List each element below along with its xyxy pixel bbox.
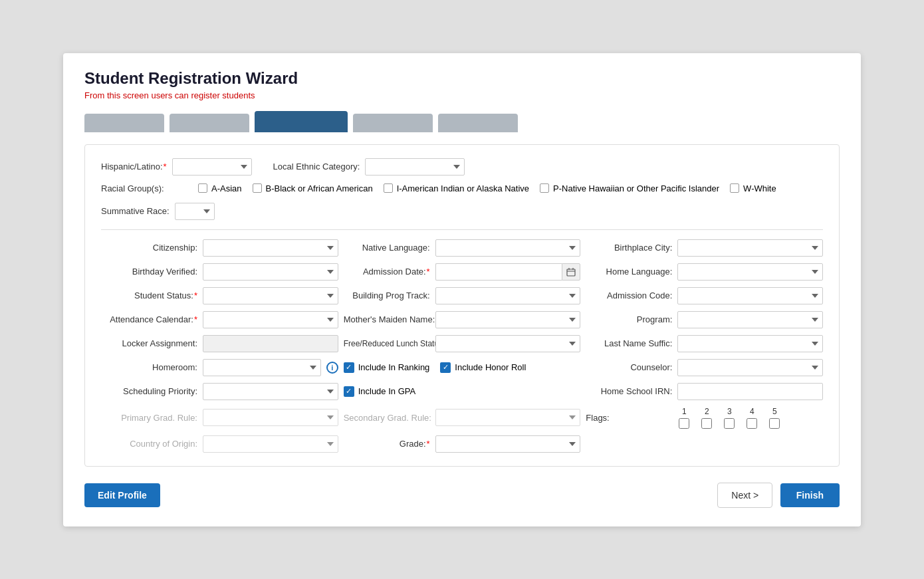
racial-b-checkbox[interactable] bbox=[253, 183, 262, 193]
summative-race-label: Summative Race: bbox=[101, 206, 170, 216]
admission-date-field: Admission Date: bbox=[344, 263, 581, 281]
birthplace-city-select[interactable] bbox=[677, 239, 823, 257]
svg-rect-0 bbox=[567, 269, 575, 276]
divider-1 bbox=[101, 229, 823, 230]
racial-p-checkbox[interactable] bbox=[540, 183, 549, 193]
empty-col bbox=[586, 435, 823, 453]
include-ranking-group: ✓ Include In Ranking bbox=[344, 362, 430, 373]
scheduling-priority-select[interactable] bbox=[203, 383, 338, 400]
last-name-suffic-field: Last Name Suffic: bbox=[586, 335, 823, 352]
grade-field: Grade: bbox=[344, 435, 581, 453]
counselor-select[interactable] bbox=[677, 359, 823, 376]
tab-3[interactable] bbox=[255, 111, 348, 132]
hispanic-select[interactable] bbox=[172, 158, 252, 175]
student-status-label: Student Status: bbox=[101, 290, 197, 300]
tab-4[interactable] bbox=[353, 114, 433, 132]
grade-select[interactable] bbox=[435, 435, 581, 453]
include-honor-roll-label: Include Honor Roll bbox=[455, 362, 526, 372]
attendance-calendar-field: Attendance Calendar: bbox=[101, 311, 338, 328]
tab-1[interactable] bbox=[84, 114, 164, 132]
locker-assignment-input[interactable] bbox=[203, 335, 338, 352]
building-prog-track-field: Building Prog Track: bbox=[344, 287, 581, 304]
racial-group-w-white: W-White bbox=[730, 183, 776, 193]
homeroom-info-icon[interactable]: i bbox=[326, 362, 338, 374]
page-title: Student Registration Wizard bbox=[84, 69, 840, 88]
counselor-field: Counselor: bbox=[586, 359, 823, 376]
next-button[interactable]: Next > bbox=[717, 483, 772, 508]
birthplace-city-label: Birthplace City: bbox=[586, 243, 672, 253]
home-school-irn-label: Home School IRN: bbox=[586, 386, 672, 396]
edit-profile-button[interactable]: Edit Profile bbox=[84, 483, 160, 507]
admission-code-select[interactable] bbox=[677, 287, 823, 304]
flags-container: 1 2 3 4 5 bbox=[679, 407, 780, 429]
citizenship-select[interactable] bbox=[203, 239, 338, 257]
local-ethnic-select[interactable] bbox=[365, 158, 465, 175]
tab-5[interactable] bbox=[438, 114, 518, 132]
flag-3: 3 bbox=[724, 407, 735, 429]
flag-3-checkbox[interactable] bbox=[724, 418, 735, 429]
racial-group-a-asian: A-Asian bbox=[198, 183, 242, 193]
wizard-container: Student Registration Wizard From this sc… bbox=[63, 53, 861, 526]
racial-b-label: B-Black or African American bbox=[266, 183, 373, 193]
flags-label: Flags: bbox=[586, 413, 672, 423]
free-reduced-lunch-select[interactable] bbox=[435, 335, 581, 352]
include-honor-roll-checkbox[interactable]: ✓ bbox=[440, 362, 451, 373]
flag-2: 2 bbox=[701, 407, 712, 429]
racial-a-checkbox[interactable] bbox=[198, 183, 207, 193]
program-select[interactable] bbox=[677, 311, 823, 328]
tab-2[interactable] bbox=[170, 114, 249, 132]
admission-date-input[interactable] bbox=[435, 263, 562, 281]
summative-race-select[interactable] bbox=[175, 203, 215, 220]
secondary-grad-rule-select bbox=[435, 409, 581, 426]
racial-group-b-black: B-Black or African American bbox=[253, 183, 373, 193]
mothers-maiden-name-select[interactable] bbox=[435, 311, 581, 328]
country-of-origin-label: Country of Origin: bbox=[101, 439, 197, 449]
scheduling-priority-field: Scheduling Priority: bbox=[101, 383, 338, 400]
racial-w-label: W-White bbox=[743, 183, 776, 193]
flag-4-checkbox[interactable] bbox=[747, 418, 757, 429]
primary-grad-rule-label: Primary Grad. Rule: bbox=[101, 413, 197, 423]
flag-1: 1 bbox=[679, 407, 689, 429]
attendance-calendar-select[interactable] bbox=[203, 311, 338, 328]
racial-w-checkbox[interactable] bbox=[730, 183, 739, 193]
secondary-grad-rule-label: Secondary Grad. Rule: bbox=[344, 413, 430, 423]
birthplace-city-field: Birthplace City: bbox=[586, 239, 823, 257]
admission-code-field: Admission Code: bbox=[586, 287, 823, 304]
birthday-verified-field: Birthday Verified: bbox=[101, 263, 338, 281]
home-language-select[interactable] bbox=[677, 263, 823, 281]
home-language-label: Home Language: bbox=[586, 267, 672, 277]
racial-i-checkbox[interactable] bbox=[384, 183, 393, 193]
include-ranking-label: Include In Ranking bbox=[358, 362, 430, 372]
homeroom-select[interactable] bbox=[203, 359, 321, 376]
home-school-irn-field: Home School IRN: bbox=[586, 383, 823, 400]
homeroom-label: Homeroom: bbox=[101, 362, 197, 372]
birthday-verified-select[interactable] bbox=[203, 263, 338, 281]
attendance-calendar-label: Attendance Calendar: bbox=[101, 314, 197, 324]
racial-a-label: A-Asian bbox=[211, 183, 242, 193]
include-ranking-checkbox[interactable]: ✓ bbox=[344, 362, 354, 373]
mothers-maiden-name-field: Mother's Maiden Name: bbox=[344, 311, 581, 328]
country-of-origin-select bbox=[203, 435, 338, 453]
finish-button[interactable]: Finish bbox=[780, 483, 840, 507]
program-field: Program: bbox=[586, 311, 823, 328]
admission-code-label: Admission Code: bbox=[586, 290, 672, 300]
flag-4: 4 bbox=[747, 407, 757, 429]
include-gpa-checkbox[interactable]: ✓ bbox=[344, 386, 354, 397]
flags-row: Flags: 1 2 3 4 bbox=[586, 407, 823, 429]
form-section: Hispanic/Latino: Local Ethnic Category: … bbox=[84, 144, 840, 467]
local-ethnic-label: Local Ethnic Category: bbox=[273, 162, 360, 172]
building-prog-track-select[interactable] bbox=[435, 287, 581, 304]
flag-5-checkbox[interactable] bbox=[769, 418, 780, 429]
locker-assignment-field: Locker Assignment: bbox=[101, 335, 338, 352]
checkboxes-row: ✓ Include In Ranking ✓ Include Honor Rol… bbox=[344, 359, 581, 376]
flag-1-checkbox[interactable] bbox=[679, 418, 689, 429]
local-ethnic-field: Local Ethnic Category: bbox=[273, 158, 465, 175]
student-status-select[interactable] bbox=[203, 287, 338, 304]
last-name-suffic-select[interactable] bbox=[677, 335, 823, 352]
free-reduced-lunch-label: Free/Reduced Lunch Status: bbox=[344, 339, 430, 348]
flag-2-checkbox[interactable] bbox=[701, 418, 712, 429]
native-language-select[interactable] bbox=[435, 239, 581, 257]
building-prog-track-label: Building Prog Track: bbox=[344, 290, 430, 300]
home-school-irn-input[interactable] bbox=[677, 383, 823, 400]
admission-date-calendar-btn[interactable] bbox=[562, 263, 580, 281]
